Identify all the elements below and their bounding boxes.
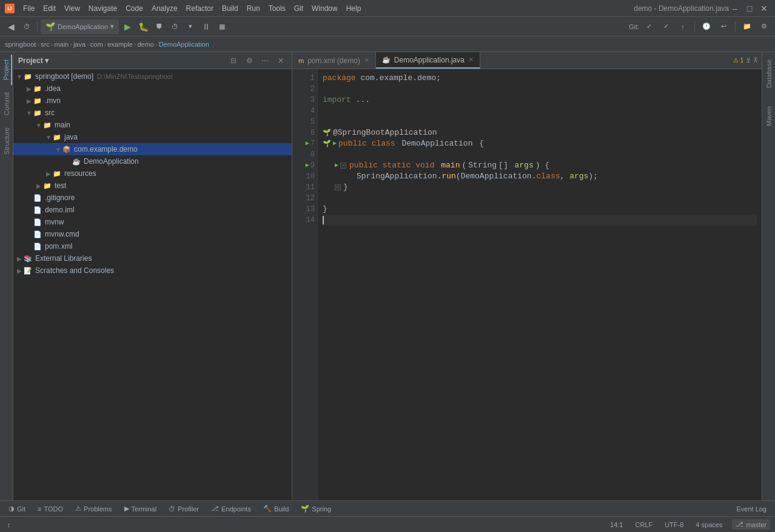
tab-demoapplication-close[interactable]: ✕ xyxy=(468,56,474,64)
tree-mvnw[interactable]: 📄 mvnw xyxy=(13,216,292,228)
git-update-button[interactable]: ✓ xyxy=(642,19,656,34)
encoding[interactable]: UTF-8 xyxy=(662,520,686,530)
breadcrumb-demo[interactable]: demo xyxy=(137,41,154,48)
bottom-tab-eventlog[interactable]: Event Log xyxy=(731,504,771,514)
tree-java[interactable]: ▼ 📁 java xyxy=(13,131,292,143)
bottom-tab-build[interactable]: 🔨 Build xyxy=(258,503,294,514)
minimize-button[interactable]: – xyxy=(729,2,741,15)
git-history-button[interactable]: 🕐 xyxy=(699,19,714,34)
warning-badge[interactable]: ⚠ 1 xyxy=(733,57,743,64)
menu-build[interactable]: Build xyxy=(218,3,242,14)
tree-test[interactable]: ▶ 📁 test xyxy=(13,180,292,192)
breadcrumb-active[interactable]: DemoApplication xyxy=(159,41,209,48)
project-window-button[interactable]: 📁 xyxy=(740,19,754,34)
menu-run[interactable]: Run xyxy=(243,3,264,14)
git-branch[interactable]: ⎇ master xyxy=(732,519,770,530)
tree-mvn[interactable]: ▶ 📁 .mvn xyxy=(13,95,292,107)
menu-file[interactable]: File xyxy=(19,3,38,14)
menu-edit[interactable]: Edit xyxy=(39,3,59,14)
folder-icon: 📁 xyxy=(52,132,62,142)
settings-button[interactable]: ⚙ xyxy=(757,19,771,34)
profile-button[interactable]: ⏱ xyxy=(167,19,182,34)
breadcrumb-com[interactable]: com xyxy=(90,41,103,48)
breadcrumb-springboot[interactable]: springboot xyxy=(5,41,36,48)
bottom-tab-spring[interactable]: 🌱 Spring xyxy=(296,503,336,514)
tree-item-label: java xyxy=(64,133,78,141)
run-config-dropdown[interactable]: ▾ xyxy=(110,22,114,30)
collapse-all-button[interactable]: ⊟ xyxy=(227,55,240,67)
right-tab-database[interactable]: Database xyxy=(764,55,774,93)
git-rollback-button[interactable]: ↩ xyxy=(716,19,731,34)
hide-panel-button[interactable]: ✕ xyxy=(275,55,287,67)
cursor-position[interactable]: 14:1 xyxy=(608,520,625,530)
left-tab-project[interactable]: Project xyxy=(1,55,12,85)
stop-button[interactable]: ⏹ xyxy=(215,19,229,34)
bottom-tab-todo[interactable]: ≡ TODO xyxy=(33,504,68,514)
bottom-tab-profiler[interactable]: ⏱ Profiler xyxy=(164,504,204,514)
menu-view[interactable]: View xyxy=(61,3,84,14)
tree-demoiml[interactable]: 📄 demo.iml xyxy=(13,204,292,216)
line-ending[interactable]: CRLF xyxy=(632,520,655,530)
left-tab-structure[interactable]: Structure xyxy=(2,123,12,160)
left-tab-commit[interactable]: Commit xyxy=(2,87,12,120)
tree-mvnwcmd[interactable]: 📄 mvnw.cmd xyxy=(13,228,292,240)
tree-gitignore[interactable]: 📄 .gitignore xyxy=(13,192,292,204)
debug-button[interactable]: 🐛 xyxy=(136,19,150,34)
tab-demoapplication[interactable]: ☕ DemoApplication.java ✕ xyxy=(376,52,480,69)
right-tab-maven[interactable]: Maven xyxy=(764,101,774,131)
close-button[interactable]: ✕ xyxy=(758,2,770,15)
tree-root[interactable]: ▼ 📁 springboot [demo] D:\MinZhi\Test\spr… xyxy=(13,70,292,82)
tree-main[interactable]: ▼ 📁 main xyxy=(13,119,292,131)
tree-item-label: resources xyxy=(64,169,96,178)
more-run-button[interactable]: ▾ xyxy=(183,19,198,34)
tree-pomxml[interactable]: 📄 pom.xml xyxy=(13,240,292,252)
coverage-button[interactable]: ⛊ xyxy=(152,19,166,34)
pause-button[interactable]: ⏸ xyxy=(199,19,213,34)
menu-bar[interactable]: File Edit View Navigate Code Analyze Ref… xyxy=(19,3,634,14)
tree-package[interactable]: ▼ 📦 com.example.demo xyxy=(13,143,292,155)
maximize-button[interactable]: □ xyxy=(743,2,756,15)
code-line-14[interactable] xyxy=(323,215,757,226)
bottom-tab-git[interactable]: ◑ Git xyxy=(4,503,30,514)
menu-git[interactable]: Git xyxy=(290,3,307,14)
recent-files-button[interactable]: ⏱ xyxy=(19,19,34,34)
run-configuration[interactable]: 🌱 DemoApplication ▾ xyxy=(41,19,119,34)
menu-navigate[interactable]: Navigate xyxy=(85,3,121,14)
tree-options-button[interactable]: ⋯ xyxy=(259,55,271,67)
expand-icon[interactable]: ⊻ xyxy=(746,56,751,64)
tab-pomxml-close[interactable]: ✕ xyxy=(364,56,369,64)
tree-scratches[interactable]: ▶ 📝 Scratches and Consoles xyxy=(13,264,292,277)
vcs-status[interactable]: ↕ xyxy=(5,520,13,530)
breadcrumb-main[interactable]: main xyxy=(54,41,69,48)
breadcrumb: springboot › src › main › java › com › e… xyxy=(0,36,775,52)
breadcrumb-src[interactable]: src xyxy=(41,41,50,48)
menu-help[interactable]: Help xyxy=(343,3,365,14)
menu-analyze[interactable]: Analyze xyxy=(148,3,181,14)
tab-pomxml[interactable]: m pom.xml (demo) ✕ xyxy=(292,52,376,69)
menu-tools[interactable]: Tools xyxy=(265,3,289,14)
code-editor[interactable]: package com.example.demo; import ... 🌱@S… xyxy=(318,69,762,500)
run-button[interactable]: ▶ xyxy=(120,19,135,34)
tree-src[interactable]: ▼ 📁 src xyxy=(13,107,292,119)
tree-demoapplication[interactable]: ☕ DemoApplication xyxy=(13,155,292,167)
menu-window[interactable]: Window xyxy=(308,3,341,14)
editor-tabs: m pom.xml (demo) ✕ ☕ DemoApplication.jav… xyxy=(292,52,762,69)
git-commit-button[interactable]: ✓ xyxy=(659,19,673,34)
tree-resources[interactable]: ▶ 📁 resources xyxy=(13,167,292,180)
window-controls[interactable]: – □ ✕ xyxy=(729,2,770,15)
collapse-icon[interactable]: ⊼ xyxy=(753,56,758,64)
tree-external-libs[interactable]: ▶ 📚 External Libraries xyxy=(13,252,292,264)
back-button[interactable]: ◀ xyxy=(4,19,18,34)
tree-idea[interactable]: ▶ 📁 .idea xyxy=(13,82,292,95)
settings-tree-button[interactable]: ⚙ xyxy=(243,55,255,67)
indent-info[interactable]: 4 spaces xyxy=(693,520,725,530)
bottom-tab-terminal[interactable]: ▶ Terminal xyxy=(119,503,162,514)
menu-refactor[interactable]: Refactor xyxy=(183,3,217,14)
menu-code[interactable]: Code xyxy=(122,3,147,14)
breadcrumb-java[interactable]: java xyxy=(73,41,86,48)
bottom-tab-endpoints[interactable]: ⎇ Endpoints xyxy=(206,503,256,514)
bottom-tab-problems[interactable]: ⚠ Problems xyxy=(70,503,116,514)
editor-content[interactable]: 1 2 3 4 5 6 ▶7 8 ▶9 10 11 12 13 14 pack xyxy=(292,69,762,500)
breadcrumb-example[interactable]: example xyxy=(107,41,133,48)
git-push-button[interactable]: ↑ xyxy=(676,19,690,34)
